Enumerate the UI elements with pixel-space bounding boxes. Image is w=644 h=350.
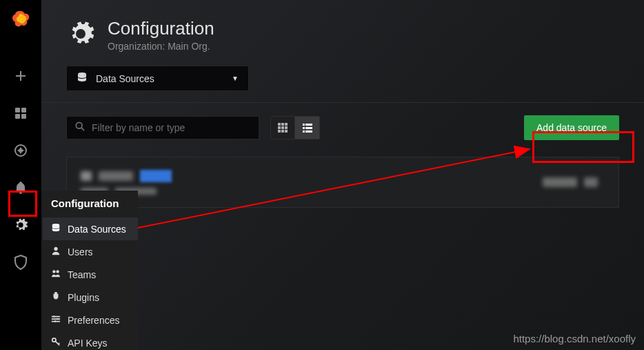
svg-point-27 <box>53 315 55 318</box>
grid-view-button[interactable] <box>270 116 295 139</box>
flyout-title: Configuration <box>43 191 138 217</box>
user-icon <box>51 246 61 257</box>
flyout-item-label: Plugins <box>68 292 99 303</box>
flyout-item-label: Teams <box>68 269 96 280</box>
svg-rect-0 <box>15 108 20 113</box>
svg-rect-21 <box>303 130 305 133</box>
grafana-logo[interactable] <box>7 7 34 35</box>
svg-rect-10 <box>285 123 288 126</box>
configuration-flyout: Configuration Data Sources Users Teams P… <box>41 191 138 350</box>
flyout-item-label: Preferences <box>68 315 119 326</box>
svg-rect-20 <box>305 127 312 129</box>
svg-point-29 <box>54 320 57 322</box>
add-icon[interactable] <box>7 62 34 90</box>
flyout-item-label: Users <box>68 246 93 257</box>
svg-point-26 <box>56 270 59 273</box>
flyout-item-label: API Keys <box>68 338 108 349</box>
svg-point-6 <box>76 122 82 128</box>
server-admin-icon[interactable] <box>7 249 34 276</box>
svg-rect-11 <box>278 126 281 129</box>
data-source-row[interactable] <box>66 157 619 208</box>
dashboards-icon[interactable] <box>7 99 34 127</box>
flyout-item-teams[interactable]: Teams <box>43 263 138 286</box>
flyout-item-users[interactable]: Users <box>43 240 138 263</box>
search-icon <box>75 121 85 134</box>
users-icon <box>51 269 61 280</box>
svg-rect-3 <box>21 114 26 119</box>
flyout-item-preferences[interactable]: Preferences <box>43 309 138 331</box>
key-icon <box>51 337 61 349</box>
database-icon <box>51 223 61 235</box>
svg-rect-19 <box>303 127 305 129</box>
sidebar <box>0 0 41 350</box>
svg-rect-17 <box>303 124 305 126</box>
svg-rect-13 <box>285 126 288 129</box>
search-input[interactable] <box>92 122 250 133</box>
svg-rect-16 <box>285 130 288 133</box>
section-dropdown[interactable]: Data Sources ▼ <box>66 66 249 91</box>
flyout-item-data-sources[interactable]: Data Sources <box>43 217 138 240</box>
watermark: https://blog.csdn.net/xoofly <box>513 333 636 344</box>
svg-rect-2 <box>15 114 20 119</box>
page-header: Configuration Organization: Main Org. <box>41 0 644 60</box>
svg-rect-1 <box>21 108 26 113</box>
sliders-icon <box>51 314 61 326</box>
svg-line-7 <box>81 128 84 130</box>
svg-point-25 <box>52 270 55 273</box>
explore-icon[interactable] <box>7 137 34 164</box>
database-icon <box>77 72 88 85</box>
flyout-item-api-keys[interactable]: API Keys <box>43 331 138 350</box>
svg-rect-22 <box>305 130 312 133</box>
svg-rect-15 <box>281 130 284 133</box>
svg-rect-8 <box>278 123 281 126</box>
flyout-item-plugins[interactable]: Plugins <box>43 286 138 309</box>
toolbar: Add data source <box>41 103 644 153</box>
svg-point-28 <box>57 318 59 320</box>
chevron-down-icon: ▼ <box>232 75 239 82</box>
gear-icon <box>66 19 95 51</box>
svg-rect-12 <box>281 126 284 129</box>
configuration-icon[interactable] <box>7 211 34 239</box>
alerting-icon[interactable] <box>7 174 34 202</box>
svg-rect-14 <box>278 130 281 133</box>
svg-rect-9 <box>281 123 284 126</box>
svg-point-24 <box>54 247 57 251</box>
svg-rect-18 <box>305 124 312 126</box>
search-box[interactable] <box>66 116 259 139</box>
page-title: Configuration <box>108 18 214 39</box>
add-data-source-button[interactable]: Add data source <box>524 115 619 140</box>
flyout-item-label: Data Sources <box>68 224 126 235</box>
page-subtitle: Organization: Main Org. <box>108 41 214 52</box>
list-view-button[interactable] <box>295 116 320 139</box>
plug-icon <box>51 291 61 303</box>
dropdown-label: Data Sources <box>96 73 154 84</box>
